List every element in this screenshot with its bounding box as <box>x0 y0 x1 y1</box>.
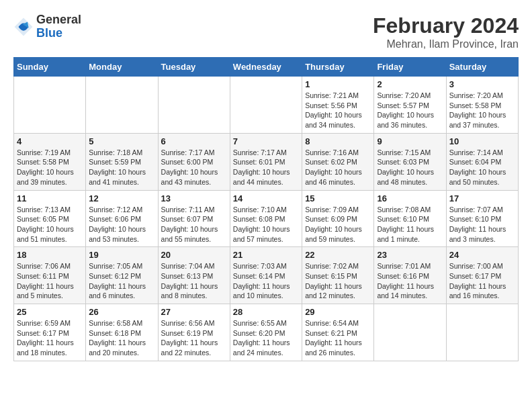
calendar-cell: 1Sunrise: 7:21 AM Sunset: 5:56 PM Daylig… <box>302 77 374 134</box>
calendar-cell: 21Sunrise: 7:03 AM Sunset: 6:14 PM Dayli… <box>230 247 302 304</box>
calendar-table: SundayMondayTuesdayWednesdayThursdayFrid… <box>13 57 519 361</box>
day-info: Sunrise: 7:16 AM Sunset: 6:02 PM Dayligh… <box>305 148 371 187</box>
calendar-cell: 10Sunrise: 7:14 AM Sunset: 6:04 PM Dayli… <box>446 133 518 190</box>
calendar-cell: 18Sunrise: 7:06 AM Sunset: 6:11 PM Dayli… <box>14 247 86 304</box>
day-info: Sunrise: 7:19 AM Sunset: 5:58 PM Dayligh… <box>17 148 83 187</box>
logo-icon <box>13 17 34 37</box>
calendar-cell: 29Sunrise: 6:54 AM Sunset: 6:21 PM Dayli… <box>302 304 374 361</box>
calendar-cell: 14Sunrise: 7:10 AM Sunset: 6:08 PM Dayli… <box>230 190 302 247</box>
day-info: Sunrise: 7:10 AM Sunset: 6:08 PM Dayligh… <box>233 205 299 244</box>
header-cell-friday: Friday <box>374 58 446 77</box>
day-number: 10 <box>449 136 515 146</box>
day-info: Sunrise: 7:00 AM Sunset: 6:17 PM Dayligh… <box>449 261 515 301</box>
day-number: 15 <box>305 193 371 203</box>
calendar-cell: 17Sunrise: 7:07 AM Sunset: 6:10 PM Dayli… <box>446 190 518 247</box>
day-number: 4 <box>17 136 83 146</box>
day-info: Sunrise: 7:03 AM Sunset: 6:14 PM Dayligh… <box>233 261 299 301</box>
calendar-cell: 28Sunrise: 6:55 AM Sunset: 6:20 PM Dayli… <box>230 304 302 361</box>
day-info: Sunrise: 7:18 AM Sunset: 5:59 PM Dayligh… <box>89 148 154 187</box>
title-area: February 2024 Mehran, Ilam Province, Ira… <box>373 13 519 50</box>
logo-blue-text: Blue <box>36 27 81 40</box>
day-info: Sunrise: 7:13 AM Sunset: 6:05 PM Dayligh… <box>17 205 83 244</box>
day-info: Sunrise: 7:17 AM Sunset: 6:01 PM Dayligh… <box>233 148 299 187</box>
day-info: Sunrise: 7:02 AM Sunset: 6:15 PM Dayligh… <box>305 261 371 301</box>
day-info: Sunrise: 7:21 AM Sunset: 5:56 PM Dayligh… <box>305 91 371 130</box>
calendar-cell <box>230 77 302 134</box>
day-number: 2 <box>377 79 443 89</box>
day-info: Sunrise: 6:54 AM Sunset: 6:21 PM Dayligh… <box>305 318 371 358</box>
day-info: Sunrise: 6:58 AM Sunset: 6:18 PM Dayligh… <box>89 318 154 358</box>
calendar-cell: 26Sunrise: 6:58 AM Sunset: 6:18 PM Dayli… <box>86 304 158 361</box>
calendar-cell: 5Sunrise: 7:18 AM Sunset: 5:59 PM Daylig… <box>86 133 158 190</box>
week-row-2: 11Sunrise: 7:13 AM Sunset: 6:05 PM Dayli… <box>14 190 519 247</box>
logo-general-text: General <box>36 13 81 27</box>
calendar-cell: 2Sunrise: 7:20 AM Sunset: 5:57 PM Daylig… <box>374 77 446 134</box>
header-cell-sunday: Sunday <box>14 58 86 77</box>
day-info: Sunrise: 7:12 AM Sunset: 6:06 PM Dayligh… <box>89 205 154 244</box>
day-info: Sunrise: 7:15 AM Sunset: 6:03 PM Dayligh… <box>377 148 443 187</box>
week-row-1: 4Sunrise: 7:19 AM Sunset: 5:58 PM Daylig… <box>14 133 519 190</box>
day-info: Sunrise: 7:05 AM Sunset: 6:12 PM Dayligh… <box>89 261 154 301</box>
calendar-cell: 16Sunrise: 7:08 AM Sunset: 6:10 PM Dayli… <box>374 190 446 247</box>
calendar-cell: 9Sunrise: 7:15 AM Sunset: 6:03 PM Daylig… <box>374 133 446 190</box>
calendar-cell: 15Sunrise: 7:09 AM Sunset: 6:09 PM Dayli… <box>302 190 374 247</box>
day-number: 14 <box>233 193 299 203</box>
day-info: Sunrise: 7:07 AM Sunset: 6:10 PM Dayligh… <box>449 205 515 244</box>
calendar-cell: 8Sunrise: 7:16 AM Sunset: 6:02 PM Daylig… <box>302 133 374 190</box>
header-cell-saturday: Saturday <box>446 58 518 77</box>
subtitle: Mehran, Ilam Province, Iran <box>373 38 519 50</box>
day-info: Sunrise: 7:04 AM Sunset: 6:13 PM Dayligh… <box>161 261 227 301</box>
day-info: Sunrise: 7:01 AM Sunset: 6:16 PM Dayligh… <box>377 261 443 301</box>
day-number: 21 <box>233 250 299 260</box>
logo-text: General Blue <box>36 13 81 40</box>
calendar-cell: 7Sunrise: 7:17 AM Sunset: 6:01 PM Daylig… <box>230 133 302 190</box>
day-number: 9 <box>377 136 443 146</box>
header-cell-wednesday: Wednesday <box>230 58 302 77</box>
header-row: SundayMondayTuesdayWednesdayThursdayFrid… <box>14 58 519 77</box>
day-info: Sunrise: 7:14 AM Sunset: 6:04 PM Dayligh… <box>449 148 515 187</box>
day-info: Sunrise: 7:20 AM Sunset: 5:57 PM Dayligh… <box>377 91 443 130</box>
calendar-cell: 23Sunrise: 7:01 AM Sunset: 6:16 PM Dayli… <box>374 247 446 304</box>
calendar-cell: 20Sunrise: 7:04 AM Sunset: 6:13 PM Dayli… <box>158 247 230 304</box>
calendar-cell: 19Sunrise: 7:05 AM Sunset: 6:12 PM Dayli… <box>86 247 158 304</box>
day-info: Sunrise: 6:56 AM Sunset: 6:19 PM Dayligh… <box>161 318 227 358</box>
day-number: 24 <box>449 250 515 260</box>
calendar-cell: 24Sunrise: 7:00 AM Sunset: 6:17 PM Dayli… <box>446 247 518 304</box>
calendar-cell: 4Sunrise: 7:19 AM Sunset: 5:58 PM Daylig… <box>14 133 86 190</box>
week-row-4: 25Sunrise: 6:59 AM Sunset: 6:17 PM Dayli… <box>14 304 519 361</box>
day-number: 18 <box>17 250 83 260</box>
day-info: Sunrise: 7:20 AM Sunset: 5:58 PM Dayligh… <box>449 91 515 130</box>
calendar-cell: 22Sunrise: 7:02 AM Sunset: 6:15 PM Dayli… <box>302 247 374 304</box>
header-cell-tuesday: Tuesday <box>158 58 230 77</box>
day-number: 23 <box>377 250 443 260</box>
day-number: 7 <box>233 136 299 146</box>
day-number: 28 <box>233 307 299 317</box>
main-title: February 2024 <box>373 13 519 38</box>
day-number: 25 <box>17 307 83 317</box>
day-info: Sunrise: 6:59 AM Sunset: 6:17 PM Dayligh… <box>17 318 83 358</box>
day-number: 16 <box>377 193 443 203</box>
day-number: 8 <box>305 136 371 146</box>
calendar-cell <box>14 77 86 134</box>
day-number: 17 <box>449 193 515 203</box>
calendar-cell: 12Sunrise: 7:12 AM Sunset: 6:06 PM Dayli… <box>86 190 158 247</box>
day-number: 12 <box>89 193 154 203</box>
day-number: 6 <box>161 136 227 146</box>
day-info: Sunrise: 7:09 AM Sunset: 6:09 PM Dayligh… <box>305 205 371 244</box>
week-row-0: 1Sunrise: 7:21 AM Sunset: 5:56 PM Daylig… <box>14 77 519 134</box>
calendar-cell <box>374 304 446 361</box>
calendar-cell <box>158 77 230 134</box>
calendar-cell <box>86 77 158 134</box>
logo: General Blue <box>13 13 81 40</box>
day-number: 27 <box>161 307 227 317</box>
calendar-cell <box>446 304 518 361</box>
day-info: Sunrise: 7:08 AM Sunset: 6:10 PM Dayligh… <box>377 205 443 244</box>
calendar-cell: 6Sunrise: 7:17 AM Sunset: 6:00 PM Daylig… <box>158 133 230 190</box>
header: General Blue February 2024 Mehran, Ilam … <box>13 13 519 50</box>
header-cell-monday: Monday <box>86 58 158 77</box>
calendar-cell: 25Sunrise: 6:59 AM Sunset: 6:17 PM Dayli… <box>14 304 86 361</box>
day-number: 5 <box>89 136 154 146</box>
day-info: Sunrise: 7:17 AM Sunset: 6:00 PM Dayligh… <box>161 148 227 187</box>
header-cell-thursday: Thursday <box>302 58 374 77</box>
day-number: 22 <box>305 250 371 260</box>
